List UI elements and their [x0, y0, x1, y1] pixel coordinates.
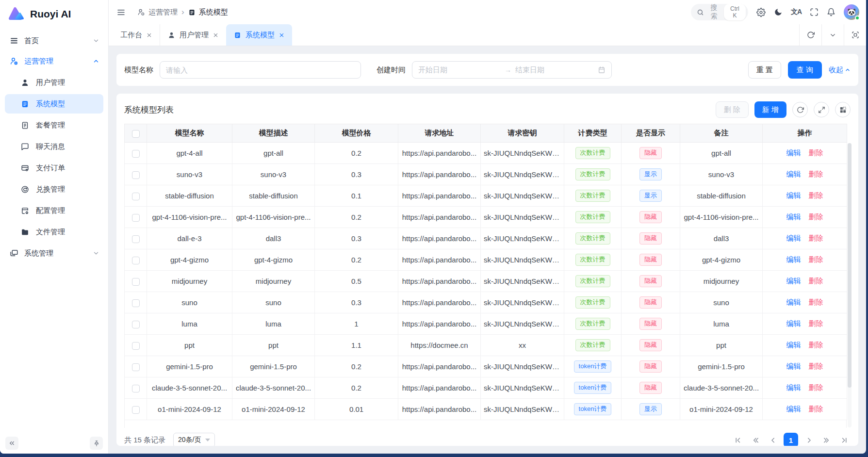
- edit-link[interactable]: 编辑: [786, 212, 801, 221]
- edit-link[interactable]: 编辑: [786, 383, 801, 392]
- global-search[interactable]: 搜索 Ctrl K: [691, 4, 748, 20]
- pin-sidebar-button[interactable]: [90, 437, 103, 450]
- row-checkbox[interactable]: [132, 385, 140, 392]
- row-checkbox[interactable]: [132, 299, 140, 307]
- row-checkbox[interactable]: [132, 193, 140, 200]
- delete-link[interactable]: 删除: [809, 341, 823, 349]
- delete-selected-button[interactable]: 删 除: [716, 101, 749, 118]
- edit-link[interactable]: 编辑: [786, 191, 801, 199]
- settings-gear-icon[interactable]: [756, 8, 766, 17]
- expand-table-icon[interactable]: [814, 102, 829, 117]
- close-icon[interactable]: [279, 33, 284, 38]
- collapse-sidebar-button[interactable]: [5, 437, 18, 450]
- language-translate-icon[interactable]: [791, 8, 802, 16]
- edit-link[interactable]: 编辑: [786, 148, 801, 157]
- sidebar-item-chat-messages[interactable]: 聊天消息: [5, 137, 103, 156]
- refresh-tab-icon[interactable]: [799, 24, 821, 46]
- delete-link[interactable]: 删除: [809, 405, 823, 413]
- add-button[interactable]: 新 增: [754, 101, 786, 118]
- user-avatar[interactable]: [844, 4, 859, 20]
- sidebar-item-package-management[interactable]: 套餐管理: [5, 115, 103, 135]
- billing-type-badge: 次数计费: [575, 168, 610, 180]
- row-checkbox[interactable]: [132, 342, 140, 350]
- breadcrumb-parent[interactable]: 运营管理: [137, 8, 178, 17]
- sidebar-item-payment-orders[interactable]: 支付订单: [5, 158, 103, 178]
- refresh-table-icon[interactable]: [792, 102, 808, 117]
- search-button[interactable]: 查 询: [788, 61, 822, 79]
- sidebar-item-system-model[interactable]: 系统模型: [5, 94, 103, 114]
- maximize-content-icon[interactable]: [844, 24, 866, 46]
- last-page-icon[interactable]: [837, 433, 851, 446]
- tab-user-management[interactable]: 用户管理: [160, 24, 226, 46]
- edit-link[interactable]: 编辑: [786, 255, 801, 263]
- row-checkbox[interactable]: [132, 150, 140, 158]
- logo[interactable]: Ruoyi AI: [0, 0, 108, 28]
- delete-link[interactable]: 删除: [809, 277, 823, 285]
- current-page-button[interactable]: 1: [784, 433, 798, 446]
- hamburger-menu-icon[interactable]: [116, 8, 126, 17]
- prev-page-icon[interactable]: [766, 433, 780, 446]
- edit-link[interactable]: 编辑: [786, 319, 801, 327]
- row-checkbox[interactable]: [132, 171, 140, 179]
- row-checkbox[interactable]: [132, 257, 140, 264]
- sidebar-item-user-management[interactable]: 用户管理: [5, 73, 103, 92]
- delete-link[interactable]: 删除: [809, 234, 823, 242]
- dark-mode-moon-icon[interactable]: [774, 8, 783, 16]
- row-checkbox[interactable]: [132, 363, 140, 371]
- delete-link[interactable]: 删除: [809, 212, 823, 221]
- row-checkbox[interactable]: [132, 235, 140, 243]
- edit-link[interactable]: 编辑: [786, 170, 801, 178]
- select-all-checkbox[interactable]: [132, 130, 140, 138]
- prev-5-pages-icon[interactable]: [749, 433, 762, 446]
- page-size-select[interactable]: 20条/页: [173, 433, 215, 446]
- tab-workbench[interactable]: 工作台: [113, 24, 160, 46]
- cell-request-key: sk-JIUQLNndqSeKWU...: [481, 164, 564, 185]
- next-page-icon[interactable]: [802, 433, 816, 446]
- row-checkbox[interactable]: [132, 214, 140, 222]
- cell-remark: ppt: [680, 335, 763, 356]
- column-settings-icon[interactable]: [835, 102, 851, 117]
- cell-model-desc: gemini-1.5-pro: [232, 356, 315, 377]
- date-range-picker[interactable]: 开始日期 结束日期: [412, 61, 612, 79]
- delete-link[interactable]: 删除: [809, 362, 823, 370]
- reset-button[interactable]: 重 置: [748, 61, 781, 79]
- tab-system-model[interactable]: 系统模型: [226, 24, 292, 46]
- model-name-input[interactable]: [160, 61, 361, 79]
- delete-link[interactable]: 删除: [809, 319, 823, 327]
- delete-link[interactable]: 删除: [809, 170, 823, 178]
- row-checkbox[interactable]: [132, 321, 140, 328]
- delete-link[interactable]: 删除: [809, 298, 823, 306]
- edit-link[interactable]: 编辑: [786, 405, 801, 413]
- delete-link[interactable]: 删除: [809, 255, 823, 263]
- next-5-pages-icon[interactable]: [819, 433, 833, 446]
- tabs-dropdown-chevron-icon[interactable]: [821, 24, 844, 46]
- notifications-bell-icon[interactable]: [827, 8, 835, 16]
- edit-link[interactable]: 编辑: [786, 234, 801, 242]
- fullscreen-icon[interactable]: [810, 8, 819, 16]
- edit-link[interactable]: 编辑: [786, 298, 801, 306]
- edit-link[interactable]: 编辑: [786, 362, 801, 370]
- row-checkbox[interactable]: [132, 278, 140, 286]
- sidebar-item-exchange-management[interactable]: 兑换管理: [5, 180, 103, 199]
- cell-model-name: gpt-4-1106-vision-pre...: [147, 207, 232, 228]
- delete-link[interactable]: 删除: [809, 148, 823, 157]
- edit-link[interactable]: 编辑: [786, 341, 801, 349]
- delete-link[interactable]: 删除: [809, 383, 823, 392]
- collapse-filter-link[interactable]: 收起: [829, 65, 851, 75]
- row-checkbox[interactable]: [132, 406, 140, 414]
- table-scrollbar[interactable]: [848, 143, 852, 427]
- table-row: gpt-4-gizmo gpt-4-gizmo 0.2 https://api.…: [125, 249, 847, 271]
- first-page-icon[interactable]: [731, 433, 745, 446]
- arrow-right-icon: [501, 65, 515, 74]
- sidebar-item-system-management[interactable]: 系统管理: [5, 244, 103, 263]
- close-icon[interactable]: [213, 33, 218, 38]
- sidebar-item-home[interactable]: 首页: [5, 31, 103, 50]
- delete-link[interactable]: 删除: [809, 191, 823, 199]
- breadcrumb-current[interactable]: 系统模型: [188, 8, 228, 17]
- close-icon[interactable]: [147, 33, 152, 38]
- sidebar-item-operations[interactable]: 运营管理: [5, 51, 103, 71]
- sidebar-item-file-management[interactable]: 文件管理: [5, 222, 103, 242]
- edit-link[interactable]: 编辑: [786, 277, 801, 285]
- sidebar-item-config-management[interactable]: 配置管理: [5, 201, 103, 220]
- scrollbar-thumb[interactable]: [848, 143, 852, 388]
